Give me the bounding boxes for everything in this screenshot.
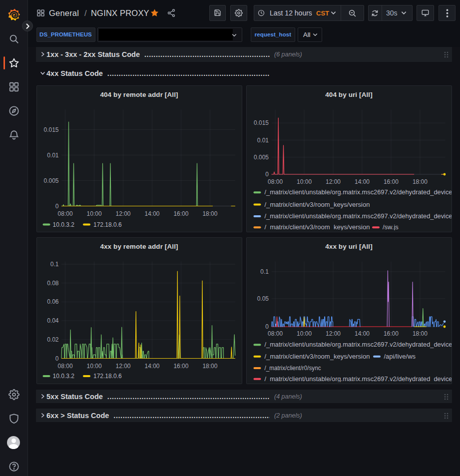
svg-text:12:00: 12:00 <box>115 210 130 217</box>
svg-text:172.18.0.6: 172.18.0.6 <box>93 221 122 228</box>
svg-text:16:00: 16:00 <box>173 362 188 369</box>
svg-text:0.1: 0.1 <box>260 268 269 275</box>
svg-text:18:00: 18:00 <box>412 330 427 337</box>
svg-text:12:00: 12:00 <box>326 330 341 337</box>
svg-text:10:00: 10:00 <box>297 178 312 185</box>
svg-text:10:00: 10:00 <box>86 210 101 217</box>
svg-text:12:00: 12:00 <box>326 178 341 185</box>
svg-text:08:00: 08:00 <box>57 362 72 369</box>
svg-text:/_matrix/client/v3/room_keys/v: /_matrix/client/v3/room_keys/version <box>264 223 370 230</box>
svg-text:0: 0 <box>265 171 269 178</box>
svg-text:10.0.3.2: 10.0.3.2 <box>52 221 74 228</box>
svg-text:08:00: 08:00 <box>268 330 283 337</box>
svg-text:0: 0 <box>265 323 269 330</box>
svg-text:/_matrix/client/r0/sync: /_matrix/client/r0/sync <box>264 364 321 372</box>
svg-text:/api/live/ws: /api/live/ws <box>384 352 416 360</box>
svg-text:/_matrix/client/unstable/org.m: /_matrix/client/unstable/org.matrix.msc2… <box>264 375 452 382</box>
svg-text:0.1: 0.1 <box>50 261 58 268</box>
svg-text:16:00: 16:00 <box>383 178 398 185</box>
svg-text:08:00: 08:00 <box>57 210 72 217</box>
svg-text:0.06: 0.06 <box>47 298 59 305</box>
svg-text:0: 0 <box>55 355 58 362</box>
svg-text:16:00: 16:00 <box>173 210 188 217</box>
svg-text:14:00: 14:00 <box>354 178 369 185</box>
svg-text:0.01: 0.01 <box>47 151 59 158</box>
svg-text:0.015: 0.015 <box>43 126 58 133</box>
svg-text:/sw.js: /sw.js <box>383 223 399 230</box>
svg-text:0.05: 0.05 <box>257 295 269 302</box>
svg-text:0.015: 0.015 <box>253 119 268 126</box>
svg-text:/_matrix/client/unstable/org.m: /_matrix/client/unstable/org.matrix.msc2… <box>264 341 452 348</box>
svg-text:0: 0 <box>55 202 58 209</box>
svg-text:0.04: 0.04 <box>47 317 59 324</box>
svg-text:14:00: 14:00 <box>144 362 159 369</box>
svg-text:/_matrix/client/unstable/org.m: /_matrix/client/unstable/org.matrix.msc2… <box>264 188 452 196</box>
svg-text:0.005: 0.005 <box>253 153 268 160</box>
svg-text:12:00: 12:00 <box>115 362 130 369</box>
svg-text:10:00: 10:00 <box>297 330 312 337</box>
svg-text:18:00: 18:00 <box>202 362 217 369</box>
svg-text:0.005: 0.005 <box>43 177 58 184</box>
svg-text:/_matrix/client/v3/room_keys/v: /_matrix/client/v3/room_keys/version <box>264 352 370 360</box>
svg-text:08:00: 08:00 <box>268 178 283 185</box>
svg-text:18:00: 18:00 <box>412 178 427 185</box>
svg-text:14:00: 14:00 <box>354 330 369 337</box>
svg-text:172.18.0.6: 172.18.0.6 <box>93 373 122 380</box>
svg-text:16:00: 16:00 <box>383 330 398 337</box>
svg-text:14:00: 14:00 <box>144 210 159 217</box>
svg-text:0.01: 0.01 <box>257 136 269 143</box>
svg-text:/_matrix/client/unstable/org.m: /_matrix/client/unstable/org.matrix.msc2… <box>264 212 452 220</box>
svg-text:0.02: 0.02 <box>47 336 59 343</box>
svg-text:10.0.3.2: 10.0.3.2 <box>52 373 74 380</box>
svg-text:18:00: 18:00 <box>202 210 217 217</box>
svg-text:0.08: 0.08 <box>47 279 59 286</box>
svg-text:10:00: 10:00 <box>86 362 101 369</box>
svg-text:/_matrix/client/v3/room_keys/v: /_matrix/client/v3/room_keys/version <box>264 200 370 208</box>
